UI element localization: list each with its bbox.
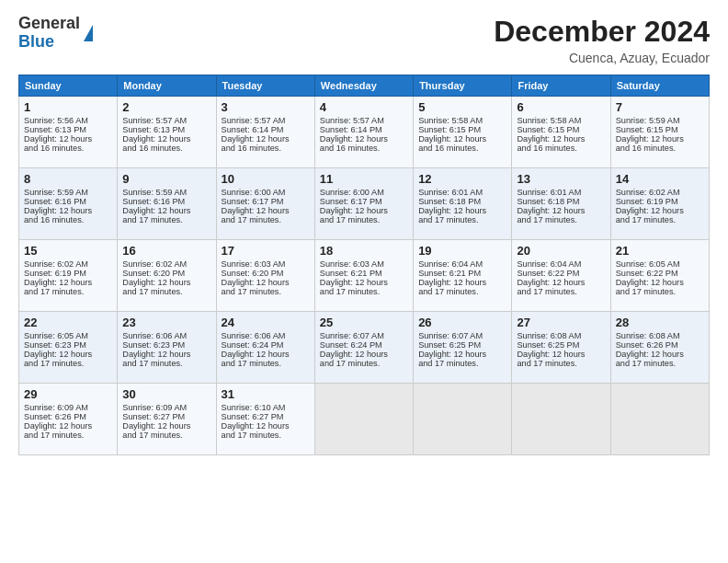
day-cell [512,384,610,455]
sunset-label: Sunset: 6:17 PM [222,197,284,206]
day-cell: 15 Sunrise: 6:02 AM Sunset: 6:19 PM Dayl… [19,240,118,312]
sunset-label: Sunset: 6:24 PM [320,340,382,350]
daylight-label: Daylight: 12 hours [517,206,585,215]
logo-block: General Blue [18,15,93,52]
day-number: 10 [222,172,310,186]
daylight-value: and 17 minutes. [122,359,182,368]
day-number: 27 [517,316,605,329]
day-number: 31 [222,387,310,401]
daylight-label: Daylight: 12 hours [418,206,486,215]
day-number: 26 [418,316,506,329]
daylight-label: Daylight: 12 hours [320,206,388,215]
day-number: 18 [320,244,408,258]
sunset-label: Sunset: 6:18 PM [418,197,481,206]
daylight-label: Daylight: 12 hours [222,421,290,431]
day-number: 19 [418,244,506,258]
sunset-label: Sunset: 6:19 PM [616,197,678,206]
header-row: Sunday Monday Tuesday Wednesday Thursday… [19,75,710,97]
daylight-value: and 16 minutes. [222,144,281,153]
sunset-label: Sunset: 6:15 PM [517,125,579,134]
daylight-label: Daylight: 12 hours [616,206,684,215]
daylight-value: and 17 minutes. [122,287,182,296]
sunrise-label: Sunrise: 6:02 AM [616,188,680,197]
sunrise-label: Sunrise: 6:00 AM [320,188,384,197]
daylight-value: and 16 minutes. [320,144,380,153]
day-number: 4 [320,100,408,114]
sunset-label: Sunset: 6:23 PM [122,340,185,350]
sunset-label: Sunset: 6:23 PM [24,340,86,350]
sunset-label: Sunset: 6:15 PM [616,125,678,134]
month-title: December 2024 [494,15,710,49]
day-number: 21 [616,244,704,258]
daylight-value: and 17 minutes. [222,215,281,224]
col-wednesday: Wednesday [314,75,413,97]
sunset-label: Sunset: 6:20 PM [222,269,284,278]
day-cell: 17 Sunrise: 6:03 AM Sunset: 6:20 PM Dayl… [216,240,314,312]
col-monday: Monday [118,75,216,97]
daylight-value: and 16 minutes. [122,144,182,153]
daylight-value: and 17 minutes. [517,215,576,224]
daylight-label: Daylight: 12 hours [320,134,388,144]
sunrise-label: Sunrise: 5:58 AM [517,116,581,125]
daylight-label: Daylight: 12 hours [320,278,388,287]
daylight-label: Daylight: 12 hours [517,350,585,359]
sunset-label: Sunset: 6:26 PM [24,412,86,421]
daylight-value: and 17 minutes. [222,431,281,440]
day-number: 6 [517,100,605,114]
daylight-label: Daylight: 12 hours [616,278,684,287]
day-number: 1 [24,100,112,114]
day-cell: 28 Sunrise: 6:08 AM Sunset: 6:26 PM Dayl… [610,312,709,384]
daylight-value: and 17 minutes. [122,215,182,224]
daylight-value: and 17 minutes. [418,215,478,224]
sunrise-label: Sunrise: 6:05 AM [616,259,680,269]
sunrise-label: Sunrise: 5:57 AM [320,116,384,125]
sunset-label: Sunset: 6:13 PM [24,125,86,134]
col-tuesday: Tuesday [216,75,314,97]
day-cell [314,384,413,455]
sunrise-label: Sunrise: 6:03 AM [222,259,286,269]
week-row-1: 8 Sunrise: 5:59 AM Sunset: 6:16 PM Dayli… [19,168,710,240]
day-cell: 24 Sunrise: 6:06 AM Sunset: 6:24 PM Dayl… [216,312,314,384]
sunset-label: Sunset: 6:16 PM [122,197,185,206]
sunrise-label: Sunrise: 5:56 AM [24,116,88,125]
sunrise-label: Sunrise: 6:04 AM [418,259,483,269]
sunrise-label: Sunrise: 6:00 AM [222,188,286,197]
daylight-value: and 17 minutes. [222,359,281,368]
day-cell: 9 Sunrise: 5:59 AM Sunset: 6:16 PM Dayli… [118,168,216,240]
sunrise-label: Sunrise: 6:03 AM [320,259,384,269]
day-cell: 22 Sunrise: 6:05 AM Sunset: 6:23 PM Dayl… [19,312,118,384]
day-number: 12 [418,172,506,186]
day-cell: 1 Sunrise: 5:56 AM Sunset: 6:13 PM Dayli… [19,97,118,168]
sunrise-label: Sunrise: 6:07 AM [418,331,483,340]
header: General Blue December 2024 Cuenca, Azuay… [18,15,710,65]
day-cell: 26 Sunrise: 6:07 AM Sunset: 6:25 PM Dayl… [414,312,512,384]
daylight-value: and 16 minutes. [418,144,478,153]
daylight-label: Daylight: 12 hours [222,350,290,359]
daylight-label: Daylight: 12 hours [24,421,92,431]
daylight-value: and 17 minutes. [24,431,84,440]
day-cell: 18 Sunrise: 6:03 AM Sunset: 6:21 PM Dayl… [314,240,413,312]
daylight-value: and 17 minutes. [616,215,676,224]
sunset-label: Sunset: 6:13 PM [122,125,185,134]
daylight-label: Daylight: 12 hours [24,350,92,359]
sunset-label: Sunset: 6:22 PM [517,269,579,278]
day-cell: 10 Sunrise: 6:00 AM Sunset: 6:17 PM Dayl… [216,168,314,240]
calendar-table: Sunday Monday Tuesday Wednesday Thursday… [18,75,710,455]
sunset-label: Sunset: 6:17 PM [320,197,382,206]
sunrise-label: Sunrise: 5:58 AM [418,116,483,125]
daylight-label: Daylight: 12 hours [616,134,684,144]
daylight-value: and 17 minutes. [320,287,380,296]
daylight-label: Daylight: 12 hours [418,350,486,359]
sunrise-label: Sunrise: 5:57 AM [222,116,286,125]
day-cell: 31 Sunrise: 6:10 AM Sunset: 6:27 PM Dayl… [216,384,314,455]
day-cell: 12 Sunrise: 6:01 AM Sunset: 6:18 PM Dayl… [414,168,512,240]
sunset-label: Sunset: 6:21 PM [320,269,382,278]
sunrise-label: Sunrise: 6:01 AM [418,188,483,197]
day-cell: 3 Sunrise: 5:57 AM Sunset: 6:14 PM Dayli… [216,97,314,168]
day-number: 9 [122,172,210,186]
daylight-label: Daylight: 12 hours [222,206,290,215]
daylight-label: Daylight: 12 hours [418,278,486,287]
sunset-label: Sunset: 6:25 PM [418,340,481,350]
sunset-label: Sunset: 6:25 PM [517,340,579,350]
day-number: 7 [616,100,704,114]
